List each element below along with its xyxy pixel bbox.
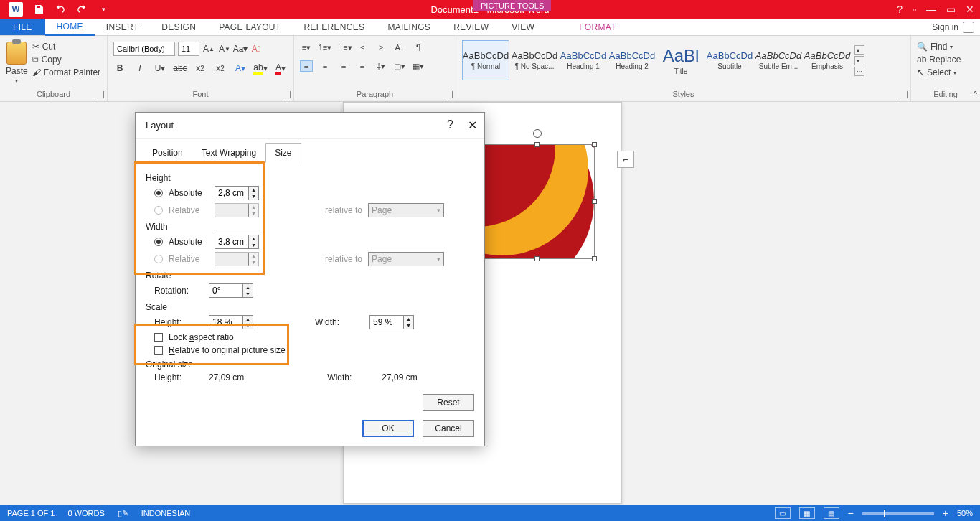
rotation-spinner[interactable]: ▲▼: [209, 283, 253, 298]
status-words[interactable]: 0 WORDS: [67, 509, 104, 517]
scale-height-input[interactable]: [209, 316, 242, 329]
styles-launcher-icon[interactable]: [900, 91, 908, 98]
ok-button[interactable]: OK: [362, 420, 414, 437]
subscript-button[interactable]: x2: [194, 62, 207, 75]
style-subtitle[interactable]: AaBbCcDdSubtitle: [706, 40, 753, 80]
bold-button[interactable]: B: [113, 62, 126, 75]
minimize-icon[interactable]: —: [926, 4, 936, 15]
height-absolute-spinner[interactable]: ▲▼: [215, 186, 259, 200]
zoom-slider[interactable]: [862, 512, 934, 515]
style-heading2[interactable]: AaBbCcDdHeading 2: [608, 40, 656, 80]
text-effects-icon[interactable]: A▾: [234, 62, 247, 75]
close-window-icon[interactable]: ✕: [966, 4, 974, 15]
status-page[interactable]: PAGE 1 OF 1: [7, 509, 55, 517]
cancel-button[interactable]: Cancel: [423, 420, 474, 437]
width-absolute-radio[interactable]: [154, 238, 163, 246]
align-left-icon[interactable]: ≡: [300, 60, 313, 72]
status-language[interactable]: INDONESIAN: [141, 509, 190, 517]
cut-button[interactable]: ✂Cut: [32, 42, 100, 52]
dialog-tab-position[interactable]: Position: [143, 143, 192, 163]
zoom-out-icon[interactable]: −: [848, 507, 854, 519]
line-spacing-icon[interactable]: ‡▾: [374, 60, 387, 72]
dialog-tab-text-wrapping[interactable]: Text Wrapping: [192, 143, 265, 163]
spin-down-icon[interactable]: ▼: [249, 193, 258, 200]
borders-icon[interactable]: ▦▾: [412, 60, 425, 72]
align-center-icon[interactable]: ≡: [319, 60, 331, 72]
clipboard-launcher-icon[interactable]: [97, 91, 104, 98]
spin-down-icon[interactable]: ▼: [404, 322, 413, 329]
font-color-icon[interactable]: A▾: [274, 62, 287, 75]
clear-formatting-icon[interactable]: A⃠: [250, 42, 263, 55]
bullets-icon[interactable]: ≡▾: [300, 42, 313, 53]
shading-icon[interactable]: ▢▾: [393, 60, 406, 72]
selected-picture[interactable]: [480, 144, 595, 259]
help-icon[interactable]: ?: [897, 4, 903, 15]
view-read-mode-icon[interactable]: ▭: [775, 507, 791, 519]
style-normal[interactable]: AaBbCcDd¶ Normal: [462, 40, 509, 80]
resize-handle-mr[interactable]: [592, 199, 597, 204]
ribbon-options-icon[interactable]: ▫: [913, 4, 916, 15]
change-case-icon[interactable]: Aa▾: [234, 42, 247, 55]
copy-button[interactable]: ⧉Copy: [32, 55, 100, 65]
underline-button[interactable]: U▾: [154, 62, 166, 75]
dialog-tab-size[interactable]: Size: [265, 143, 301, 163]
replace-button[interactable]: abReplace: [917, 55, 974, 65]
view-web-layout-icon[interactable]: ▤: [824, 507, 839, 519]
resize-handle-bm[interactable]: [534, 256, 540, 261]
tab-design[interactable]: DESIGN: [150, 19, 207, 35]
increase-indent-icon[interactable]: ≥: [374, 42, 387, 53]
style-emphasis[interactable]: AaBbCcDdEmphasis: [804, 40, 851, 80]
zoom-in-icon[interactable]: +: [943, 507, 948, 519]
spin-up-icon[interactable]: ▲: [243, 316, 253, 322]
sort-icon[interactable]: A↓: [393, 42, 406, 53]
reset-button[interactable]: Reset: [423, 394, 474, 411]
styles-gallery-more[interactable]: ▴▾⋯: [852, 40, 867, 80]
spin-down-icon[interactable]: ▼: [243, 322, 253, 329]
scale-width-input[interactable]: [370, 316, 403, 329]
tab-view[interactable]: VIEW: [500, 19, 546, 35]
find-button[interactable]: 🔍Find▾: [917, 42, 974, 52]
collapse-ribbon-icon[interactable]: ^: [974, 90, 977, 98]
redo-icon[interactable]: [76, 4, 88, 15]
select-button[interactable]: ↖Select▾: [917, 67, 974, 78]
sign-in-link[interactable]: Sign in: [922, 19, 980, 35]
resize-handle-tr[interactable]: [592, 142, 597, 147]
font-name-select[interactable]: [113, 42, 175, 56]
spin-down-icon[interactable]: ▼: [249, 242, 258, 248]
rotation-input[interactable]: [209, 284, 242, 297]
tab-review[interactable]: REVIEW: [442, 19, 500, 35]
spin-up-icon[interactable]: ▲: [404, 316, 413, 322]
tab-insert[interactable]: INSERT: [95, 19, 151, 35]
tab-page-layout[interactable]: PAGE LAYOUT: [207, 19, 292, 35]
proofing-icon[interactable]: ▯✎: [118, 509, 128, 518]
paste-button[interactable]: Paste ▾: [6, 42, 28, 84]
layout-options-float-icon[interactable]: ⌐: [617, 151, 634, 168]
tab-home[interactable]: HOME: [45, 19, 95, 36]
relative-original-checkbox[interactable]: [154, 346, 163, 355]
rotate-handle[interactable]: [533, 129, 542, 138]
style-title[interactable]: AaBlTitle: [657, 40, 705, 80]
spin-up-icon[interactable]: ▲: [249, 187, 258, 193]
spin-up-icon[interactable]: ▲: [249, 235, 258, 242]
width-relative-radio[interactable]: [154, 255, 163, 263]
scale-height-spinner[interactable]: ▲▼: [209, 315, 253, 329]
height-relative-radio[interactable]: [154, 206, 163, 215]
shrink-font-icon[interactable]: A▼: [218, 42, 231, 55]
resize-handle-br[interactable]: [592, 256, 597, 261]
style-heading1[interactable]: AaBbCcDdHeading 1: [560, 40, 607, 80]
superscript-button[interactable]: x2: [214, 62, 227, 75]
save-icon[interactable]: [33, 4, 44, 15]
view-print-layout-icon[interactable]: ▦: [799, 507, 815, 519]
spin-down-icon[interactable]: ▼: [243, 291, 253, 297]
strikethrough-button[interactable]: abc: [174, 62, 187, 75]
align-right-icon[interactable]: ≡: [337, 60, 350, 72]
spin-up-icon[interactable]: ▲: [243, 284, 253, 291]
font-size-select[interactable]: [178, 42, 199, 56]
maximize-icon[interactable]: ▭: [946, 4, 956, 15]
grow-font-icon[interactable]: A▲: [202, 42, 215, 55]
dialog-help-icon[interactable]: ?: [447, 118, 453, 132]
font-launcher-icon[interactable]: [283, 91, 291, 98]
multilevel-list-icon[interactable]: ⋮≡▾: [337, 42, 350, 53]
tab-mailings[interactable]: MAILINGS: [376, 19, 442, 35]
justify-icon[interactable]: ≡: [356, 60, 369, 72]
